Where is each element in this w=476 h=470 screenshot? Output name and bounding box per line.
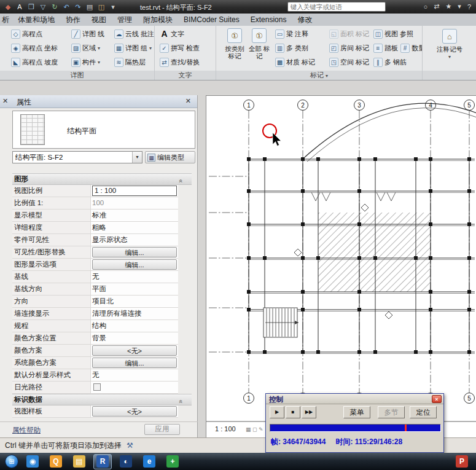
view-reference-icon: ◫: [373, 29, 383, 39]
playback-progress-bar[interactable]: [270, 424, 441, 432]
ribbon-button-spot-elevation[interactable]: ◇高程点: [11, 28, 42, 41]
sun-path-checkbox[interactable]: [93, 383, 101, 391]
status-tool-icon[interactable]: ⚒: [127, 441, 133, 450]
tab-addins[interactable]: 附加模块: [138, 14, 178, 26]
edit-type-button[interactable]: ▦ 编辑类型: [145, 151, 195, 163]
section-graphics[interactable]: 图形«: [12, 173, 192, 185]
close-icon[interactable]: ×: [432, 395, 442, 403]
taskbar-app-blue-swirl[interactable]: ◉: [23, 454, 42, 469]
qat-menu-icon[interactable]: ▾: [109, 3, 117, 11]
view-template-button[interactable]: <无>: [92, 406, 177, 417]
drawing-area[interactable]: 1122334455 1 : 100 ▦ ◻ ✎: [206, 95, 476, 437]
ribbon-button-tag-all[interactable]: ①全部 标记: [248, 28, 270, 69]
taskbar-revit[interactable]: R: [93, 454, 112, 469]
application-button-icon[interactable]: ◆: [4, 3, 12, 11]
tab-collaborate[interactable]: 协作: [60, 14, 86, 26]
help-icon[interactable]: ?: [467, 3, 471, 10]
ribbon-button-multi-rebar[interactable]: ∥多 钢筋: [373, 56, 407, 69]
panel-label-text[interactable]: 文字: [155, 71, 216, 80]
property-row-detail-level: 详细程度粗略: [12, 222, 178, 234]
save-icon[interactable]: ▽: [39, 3, 47, 11]
section-identity-data[interactable]: 标识数据«: [12, 394, 192, 405]
close-icon[interactable]: ✕: [2, 97, 8, 105]
ribbon-button-detail-component[interactable]: ▣构件▾: [71, 56, 100, 69]
exchange-apps-icon[interactable]: ⇄: [434, 2, 439, 10]
ribbon-button-detail-line[interactable]: ╱详图 线: [71, 28, 104, 41]
view-scale-combo[interactable]: 1 : 100: [92, 186, 177, 196]
ribbon-button-spelling[interactable]: ✓拼写 检查: [160, 42, 200, 55]
property-row-view-template: 视图样板<无>: [12, 405, 178, 418]
ribbon-button-insulation[interactable]: ≋隔热层: [114, 56, 146, 69]
ribbon-button-detail-group[interactable]: ▦详图 组▾: [114, 42, 152, 55]
open-icon[interactable]: ❒: [27, 3, 36, 11]
visibility-graphics-edit-button[interactable]: 编辑...: [92, 247, 177, 257]
multi-section-button[interactable]: 多节: [378, 406, 405, 418]
ribbon-button-revision-cloud[interactable]: ☁云线 批注: [114, 28, 154, 41]
stop-button[interactable]: ■: [286, 406, 300, 418]
progress-marker[interactable]: [405, 425, 407, 431]
measure-icon[interactable]: ◫: [97, 3, 106, 11]
ribbon-button-spot-coordinate[interactable]: ◈高程点 坐标: [11, 42, 58, 55]
ribbon-button-multi-category[interactable]: ▥多 类别: [275, 42, 308, 55]
ribbon-button-area-tag[interactable]: ◱面积 标记: [329, 28, 369, 41]
close-icon[interactable]: ✕: [185, 97, 191, 105]
favorites-star-icon[interactable]: ★: [445, 2, 451, 10]
ribbon-button-room-tag[interactable]: ◰房间 标记: [329, 42, 369, 55]
chevron-down-icon[interactable]: ▼: [132, 152, 142, 163]
fast-forward-button[interactable]: ▶▶: [302, 406, 316, 418]
print-icon[interactable]: ▤: [85, 3, 94, 11]
taskbar-folder-explorer[interactable]: ▤: [70, 454, 88, 469]
tab-extensions[interactable]: Extensions: [245, 14, 292, 26]
tab-massing-site[interactable]: 体量和场地: [12, 14, 60, 26]
apply-button[interactable]: 应用: [144, 424, 180, 435]
tab-manage[interactable]: 管理: [112, 14, 138, 26]
ribbon-button-view-reference[interactable]: ◫视图 参照: [373, 28, 413, 41]
text-icon: A: [160, 29, 169, 39]
type-selector[interactable]: 结构平面: [12, 111, 195, 149]
properties-footer: 属性帮助 应用: [0, 421, 198, 437]
view-selector-combo[interactable]: 结构平面: S-F2 ▼: [12, 151, 142, 163]
tab-analyze[interactable]: 析: [0, 14, 12, 26]
ribbon-button-tag-by-category[interactable]: ①按类别 标记: [224, 28, 246, 69]
graphic-display-options-edit-button[interactable]: 编辑...: [92, 259, 177, 270]
panel-label-detail[interactable]: 详图: [0, 71, 154, 80]
redo-icon[interactable]: ↷: [74, 3, 82, 11]
taskbar-app-green[interactable]: +: [163, 454, 182, 469]
color-scheme-button[interactable]: <无>: [92, 345, 177, 356]
tab-view[interactable]: 视图: [86, 14, 112, 26]
ribbon-button-filled-region[interactable]: ▨区域▾: [71, 42, 100, 55]
view-control-bar-icons[interactable]: ▦ ◻ ✎: [246, 426, 263, 433]
taskbar-powerpoint[interactable]: P: [453, 454, 471, 469]
locate-button[interactable]: 定位: [410, 406, 437, 418]
ribbon-button-quantity[interactable]: #数量: [400, 42, 423, 55]
search-input[interactable]: [287, 2, 386, 12]
ribbon-button-material-tag[interactable]: ▩材质 标记: [275, 56, 315, 69]
view-scale-label[interactable]: 1 : 100: [215, 425, 236, 433]
search-icon[interactable]: ○: [424, 3, 428, 10]
start-button[interactable]: ⊞: [5, 455, 18, 468]
tab-modify[interactable]: 修改: [292, 14, 318, 26]
control-dialog-titlebar[interactable]: 控制 ×: [266, 394, 443, 404]
ribbon-button-tread-number[interactable]: ≡踏板: [373, 42, 398, 55]
ribbon-button-keynote[interactable]: ⌂ 注释记号 ▾: [432, 28, 467, 60]
taskbar-app-navy[interactable]: ◐: [117, 454, 135, 469]
taskbar-ie-browser[interactable]: e: [140, 454, 158, 469]
ribbon-button-beam-annotation[interactable]: ▭梁 注释: [275, 28, 308, 41]
system-color-scheme-edit-button[interactable]: 编辑...: [92, 358, 177, 368]
taskbar-qq[interactable]: Q: [47, 454, 65, 469]
undo-icon[interactable]: ↶: [62, 3, 71, 11]
ribbon-button-text[interactable]: A文字: [160, 28, 184, 41]
infocenter-search[interactable]: [287, 2, 386, 12]
menu-button[interactable]: 菜单: [343, 406, 370, 418]
font-style-icon[interactable]: A: [15, 3, 24, 10]
infocenter-menu-icon[interactable]: ▾: [458, 2, 461, 10]
sync-icon[interactable]: ↻: [50, 3, 59, 11]
tab-bimcoder[interactable]: BIMCoder Suites: [178, 14, 245, 26]
ribbon-button-spot-slope[interactable]: ◣高程点 坡度: [11, 56, 58, 69]
panel-label-tag[interactable]: 标记 ▾: [216, 71, 422, 80]
ribbon-button-find-replace[interactable]: ⇄查找/替换: [160, 56, 200, 69]
type-name: 结构平面: [67, 126, 96, 136]
play-button[interactable]: ▶: [270, 406, 284, 418]
ribbon-button-space-tag[interactable]: ◳空间 标记: [329, 56, 369, 69]
properties-help-link[interactable]: 属性帮助: [12, 426, 41, 435]
